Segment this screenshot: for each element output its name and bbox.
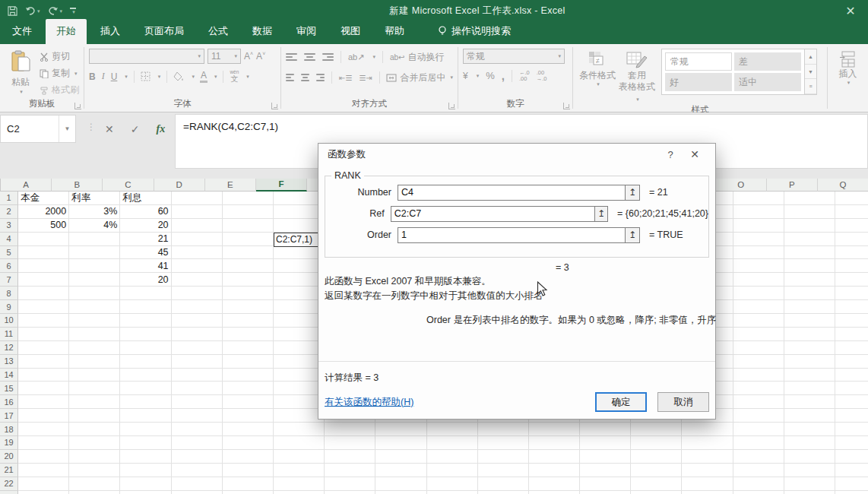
cell-style-2[interactable]: 差 <box>734 52 801 71</box>
cell-P1[interactable] <box>784 192 835 205</box>
clipboard-dialog-launcher-icon[interactable] <box>74 103 81 109</box>
cell-O8[interactable] <box>733 287 784 300</box>
cell-A15[interactable] <box>18 382 69 395</box>
name-box-dropdown-icon[interactable]: ▼ <box>59 116 75 142</box>
cell-E14[interactable] <box>223 369 274 382</box>
conditional-formatting-button[interactable]: ≠ 条件格式 ▾ <box>578 49 617 88</box>
grow-font-button[interactable]: A˄ <box>244 51 253 62</box>
align-left-icon[interactable] <box>286 74 294 81</box>
cell-D5[interactable] <box>172 246 223 260</box>
cell-Q22[interactable] <box>835 477 868 491</box>
shrink-font-button[interactable]: A˅ <box>256 51 265 62</box>
gallery-expand-icon[interactable]: ≡ <box>805 79 816 94</box>
cell-P8[interactable] <box>784 287 835 300</box>
number-dialog-launcher-icon[interactable] <box>563 103 570 109</box>
cell-N22[interactable] <box>682 477 733 491</box>
cell-Q2[interactable] <box>835 205 868 219</box>
cell-D10[interactable] <box>172 314 223 328</box>
cell-Q5[interactable] <box>835 246 868 260</box>
cell-Q11[interactable] <box>835 328 868 341</box>
cell-O9[interactable] <box>733 300 784 314</box>
tab-formulas[interactable]: 公式 <box>198 19 239 44</box>
accounting-dropdown-icon[interactable]: ▾ <box>477 73 480 79</box>
cell-Q4[interactable] <box>835 233 868 246</box>
cell-A22[interactable] <box>18 477 69 491</box>
cell-E1[interactable] <box>223 192 274 205</box>
cell-D21[interactable] <box>172 464 223 477</box>
cell-P12[interactable] <box>784 341 835 355</box>
cell-O6[interactable] <box>733 259 784 273</box>
cell-A7[interactable] <box>18 273 69 287</box>
cell-A2[interactable]: 2000 <box>18 205 69 219</box>
window-close-button[interactable]: ✕ <box>833 4 868 18</box>
cell-P3[interactable] <box>784 219 835 233</box>
row-header-5[interactable]: 5 <box>0 246 18 260</box>
cell-O11[interactable] <box>733 328 784 341</box>
row-header-15[interactable]: 15 <box>0 382 18 395</box>
cell-J19[interactable] <box>478 436 529 450</box>
fill-color-icon[interactable] <box>173 71 184 81</box>
cell-O10[interactable] <box>733 314 784 328</box>
cell-E13[interactable] <box>223 355 274 369</box>
format-as-table-button[interactable]: 套用 表格格式▾ <box>617 49 657 104</box>
cell-J22[interactable] <box>478 477 529 491</box>
cell-J21[interactable] <box>478 464 529 477</box>
cell-P22[interactable] <box>784 477 835 491</box>
cell-E11[interactable] <box>223 328 274 341</box>
cell-D3[interactable] <box>172 219 223 233</box>
dialog-close-button[interactable]: ✕ <box>683 148 706 160</box>
borders-icon[interactable] <box>141 71 150 81</box>
cell-N18[interactable] <box>682 423 733 436</box>
cell-H19[interactable] <box>375 436 426 450</box>
cell-M23[interactable] <box>631 491 682 494</box>
row-header-19[interactable]: 19 <box>0 436 18 450</box>
row-header-10[interactable]: 10 <box>0 314 18 328</box>
cell-D12[interactable] <box>172 341 223 355</box>
cell-G21[interactable] <box>325 464 375 477</box>
save-icon[interactable] <box>8 6 17 16</box>
cell-M21[interactable] <box>631 464 682 477</box>
cell-E8[interactable] <box>223 287 274 300</box>
column-header-O[interactable]: O <box>716 179 767 192</box>
cell-D18[interactable] <box>172 423 223 436</box>
cell-O1[interactable] <box>733 192 784 205</box>
cell-C13[interactable] <box>120 355 171 369</box>
cell-D7[interactable] <box>172 273 223 287</box>
argument-input-ref[interactable] <box>391 206 595 222</box>
cell-D19[interactable] <box>172 436 223 450</box>
row-header-14[interactable]: 14 <box>0 369 18 382</box>
number-format-select[interactable]: 常规▾ <box>463 49 565 64</box>
cell-O21[interactable] <box>733 464 784 477</box>
cell-F22[interactable] <box>274 477 325 491</box>
bold-button[interactable]: B <box>89 71 96 82</box>
redo-dropdown-icon[interactable]: ▾ <box>60 8 63 14</box>
cell-C19[interactable] <box>120 436 171 450</box>
cell-C16[interactable] <box>120 395 171 409</box>
row-header-8[interactable]: 8 <box>0 287 18 300</box>
cell-H21[interactable] <box>375 464 426 477</box>
cell-I20[interactable] <box>427 450 478 464</box>
gallery-scroll-down-icon[interactable]: ▼ <box>805 65 816 80</box>
cell-J18[interactable] <box>478 423 529 436</box>
cell-Q19[interactable] <box>835 436 868 450</box>
customize-qat-icon[interactable]: ▾ <box>70 8 76 14</box>
cut-button[interactable]: 剪切 <box>40 50 79 63</box>
font-size-select[interactable]: 11▾ <box>207 49 241 64</box>
cell-A10[interactable] <box>18 314 69 328</box>
cell-A19[interactable] <box>18 436 69 450</box>
cell-P18[interactable] <box>784 423 835 436</box>
cell-B9[interactable] <box>69 300 120 314</box>
cell-Q10[interactable] <box>835 314 868 328</box>
tab-view[interactable]: 视图 <box>330 19 371 44</box>
column-header-B[interactable]: B <box>52 179 103 192</box>
cell-C8[interactable] <box>120 287 171 300</box>
cell-G18[interactable] <box>325 423 375 436</box>
cell-O23[interactable] <box>733 491 784 494</box>
cell-O13[interactable] <box>733 355 784 369</box>
cell-E5[interactable] <box>223 246 274 260</box>
cell-A21[interactable] <box>18 464 69 477</box>
tab-insert[interactable]: 插入 <box>90 19 131 44</box>
cell-A20[interactable] <box>18 450 69 464</box>
cell-Q20[interactable] <box>835 450 868 464</box>
cell-K19[interactable] <box>529 436 580 450</box>
